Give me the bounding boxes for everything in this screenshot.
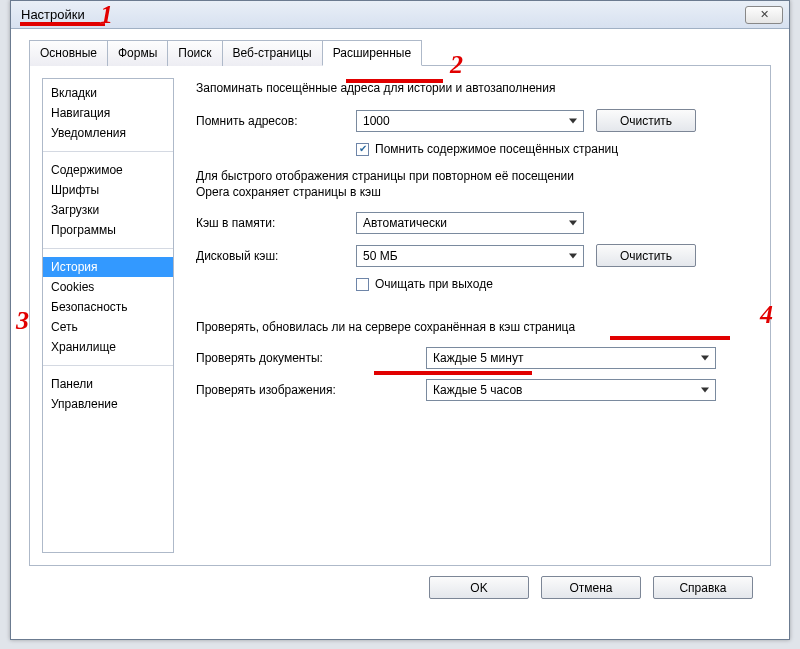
tab-search[interactable]: Поиск	[167, 40, 222, 66]
tab-pane-advanced: Вкладки Навигация Уведомления Содержимое…	[29, 66, 771, 566]
memory-cache-label: Кэш в памяти:	[196, 216, 356, 230]
tab-general[interactable]: Основные	[29, 40, 108, 66]
dialog-button-row: OK Отмена Справка	[29, 566, 771, 599]
check-documents-label: Проверять документы:	[196, 351, 426, 365]
window-title: Настройки	[21, 7, 745, 22]
check-heading: Проверять, обновилась ли на сервере сохр…	[196, 319, 760, 335]
remember-content-checkbox[interactable]: ✔	[356, 143, 369, 156]
sidebar-separator	[43, 365, 173, 366]
titlebar: Настройки ✕	[11, 1, 789, 29]
ok-button[interactable]: OK	[429, 576, 529, 599]
sidebar-item-navigation[interactable]: Навигация	[43, 103, 173, 123]
sidebar-item-tabs[interactable]: Вкладки	[43, 83, 173, 103]
sidebar-item-downloads[interactable]: Загрузки	[43, 200, 173, 220]
disk-cache-label: Дисковый кэш:	[196, 249, 356, 263]
tab-advanced[interactable]: Расширенные	[322, 40, 423, 66]
clear-disk-cache-button[interactable]: Очистить	[596, 244, 696, 267]
settings-window: Настройки ✕ Основные Формы Поиск Веб-стр…	[10, 0, 790, 640]
cache-description: Для быстрого отображения страницы при по…	[196, 168, 760, 200]
window-close-button[interactable]: ✕	[745, 6, 783, 24]
disk-cache-combo[interactable]: 50 МБ	[356, 245, 584, 267]
sidebar-item-storage[interactable]: Хранилище	[43, 337, 173, 357]
help-button[interactable]: Справка	[653, 576, 753, 599]
tab-forms[interactable]: Формы	[107, 40, 168, 66]
remember-addresses-combo[interactable]: 1000	[356, 110, 584, 132]
history-heading: Запоминать посещённые адреса для истории…	[196, 81, 760, 95]
sidebar-separator	[43, 248, 173, 249]
sidebar-item-cookies[interactable]: Cookies	[43, 277, 173, 297]
clear-on-exit-label: Очищать при выходе	[375, 277, 493, 291]
check-images-label: Проверять изображения:	[196, 383, 426, 397]
remember-addresses-label: Помнить адресов:	[196, 114, 356, 128]
settings-main-panel: Запоминать посещённые адреса для истории…	[174, 66, 770, 565]
cancel-button[interactable]: Отмена	[541, 576, 641, 599]
sidebar-item-management[interactable]: Управление	[43, 394, 173, 414]
memory-cache-combo[interactable]: Автоматически	[356, 212, 584, 234]
sidebar-item-network[interactable]: Сеть	[43, 317, 173, 337]
check-images-combo[interactable]: Каждые 5 часов	[426, 379, 716, 401]
advanced-sidebar: Вкладки Навигация Уведомления Содержимое…	[42, 78, 174, 553]
remember-content-label: Помнить содержимое посещённых страниц	[375, 142, 618, 156]
check-documents-combo[interactable]: Каждые 5 минут	[426, 347, 716, 369]
sidebar-separator	[43, 151, 173, 152]
tab-strip: Основные Формы Поиск Веб-страницы Расшир…	[29, 39, 771, 66]
sidebar-item-content[interactable]: Содержимое	[43, 160, 173, 180]
tab-webpages[interactable]: Веб-страницы	[222, 40, 323, 66]
clear-history-button[interactable]: Очистить	[596, 109, 696, 132]
sidebar-item-security[interactable]: Безопасность	[43, 297, 173, 317]
sidebar-item-panels[interactable]: Панели	[43, 374, 173, 394]
sidebar-item-programs[interactable]: Программы	[43, 220, 173, 240]
clear-on-exit-checkbox[interactable]	[356, 278, 369, 291]
sidebar-item-history[interactable]: История	[43, 257, 173, 277]
sidebar-item-fonts[interactable]: Шрифты	[43, 180, 173, 200]
sidebar-item-notifications[interactable]: Уведомления	[43, 123, 173, 143]
